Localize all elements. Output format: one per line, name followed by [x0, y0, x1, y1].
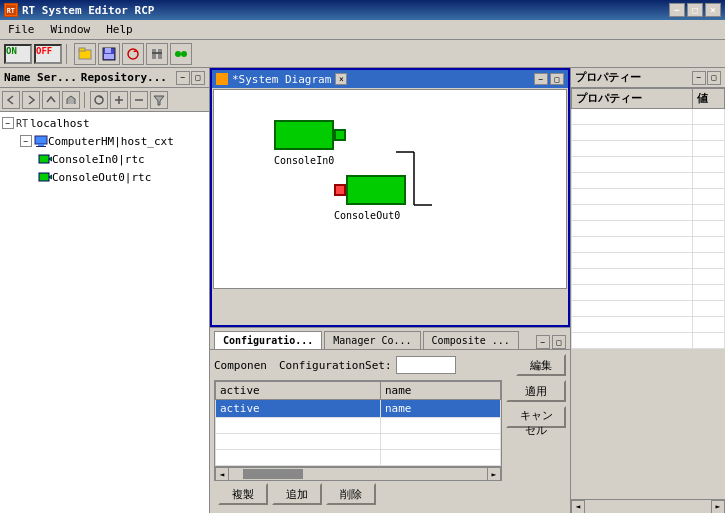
- close-button[interactable]: ×: [705, 3, 721, 17]
- diagram-title: *System Diagram: [232, 73, 331, 86]
- prop-row-10: [572, 253, 725, 269]
- diagram-max-button[interactable]: □: [550, 73, 564, 85]
- toolbar-btn-refresh[interactable]: [122, 43, 144, 65]
- toolbar-btn-open[interactable]: [74, 43, 96, 65]
- app-title: RT System Editor RCP: [22, 4, 154, 17]
- computer-icon: [34, 134, 48, 148]
- name-server-tab[interactable]: Name Ser...: [4, 71, 77, 84]
- consolein-label: ConsoleIn0: [274, 155, 334, 166]
- menu-window[interactable]: Window: [47, 21, 95, 38]
- on-button[interactable]: ON: [4, 44, 32, 64]
- scroll-left-btn[interactable]: ◄: [215, 467, 229, 481]
- diagram-close-button[interactable]: ×: [335, 73, 347, 85]
- prop-table: プロパティー 値: [571, 88, 725, 349]
- tree-item-computer[interactable]: − ComputerHM|host_cxt: [2, 132, 207, 150]
- add-button[interactable]: [110, 91, 128, 109]
- cancel-button[interactable]: キャンセル: [506, 406, 566, 428]
- prop-scroll-right[interactable]: ►: [711, 500, 725, 514]
- right-panel: プロパティー − □ プロパティー 値: [570, 68, 725, 513]
- window-controls: − □ ×: [669, 3, 721, 17]
- prop-row-5: [572, 173, 725, 189]
- menu-bar: File Window Help: [0, 20, 725, 40]
- apply-button[interactable]: 適用: [506, 380, 566, 402]
- menu-help[interactable]: Help: [102, 21, 137, 38]
- main-area: Name Ser... Repository... − □: [0, 68, 725, 513]
- scroll-right-btn[interactable]: ►: [487, 467, 501, 481]
- toolbar-btn-config[interactable]: [146, 43, 168, 65]
- table-row-2[interactable]: [216, 418, 501, 434]
- tree-item-consolein[interactable]: ConsoleIn0|rtc: [2, 150, 207, 168]
- center-panel: *System Diagram × − □: [210, 68, 570, 513]
- menu-file[interactable]: File: [4, 21, 39, 38]
- scroll-thumb[interactable]: [243, 469, 303, 479]
- tab-manager[interactable]: Manager Co...: [324, 331, 420, 349]
- back-button[interactable]: [2, 91, 20, 109]
- consoleout-box[interactable]: [346, 175, 406, 205]
- repository-tab[interactable]: Repository...: [81, 71, 167, 84]
- up-button[interactable]: [42, 91, 60, 109]
- svg-rect-10: [152, 52, 162, 54]
- minimize-button[interactable]: −: [669, 3, 685, 17]
- expand-computer-icon[interactable]: −: [20, 135, 32, 147]
- toolbar-btn-save[interactable]: [98, 43, 120, 65]
- prop-h-scrollbar[interactable]: ◄ ►: [571, 499, 725, 513]
- svg-text:RT: RT: [7, 7, 15, 15]
- home-button[interactable]: [62, 91, 80, 109]
- prop-row-12: [572, 285, 725, 301]
- tree-label-consolein: ConsoleIn0|rtc: [52, 153, 145, 166]
- panel-minimize-btn[interactable]: −: [176, 71, 190, 85]
- col-header-name: name: [380, 382, 500, 400]
- svg-rect-19: [38, 144, 44, 146]
- tree-item-rt[interactable]: − RT localhost: [2, 114, 207, 132]
- table-row-4[interactable]: [216, 450, 501, 466]
- tab-configuration[interactable]: Configuratio...: [214, 331, 322, 349]
- maximize-button[interactable]: □: [687, 3, 703, 17]
- tab-min-btn[interactable]: −: [536, 335, 550, 349]
- diagram-min-button[interactable]: −: [534, 73, 548, 85]
- refresh-tree-button[interactable]: [90, 91, 108, 109]
- svg-point-7: [128, 49, 138, 59]
- config-table: active name active name: [214, 380, 502, 467]
- tree-item-consoleout[interactable]: ConsoleOut0|rtc: [2, 168, 207, 186]
- edit-button[interactable]: 編集: [516, 354, 566, 376]
- filter-button[interactable]: [150, 91, 168, 109]
- add-row-button[interactable]: 追加: [272, 483, 322, 505]
- delete-tree-button[interactable]: [130, 91, 148, 109]
- consolein-component[interactable]: ConsoleIn0: [274, 120, 346, 150]
- delete-button[interactable]: 削除: [326, 483, 376, 505]
- forward-button[interactable]: [22, 91, 40, 109]
- cell-active: active: [216, 400, 381, 418]
- prop-row-14: [572, 317, 725, 333]
- tab-bar: Configuratio... Manager Co... Composite …: [210, 328, 570, 350]
- h-scrollbar[interactable]: ◄ ►: [214, 467, 502, 481]
- panel-restore-btn[interactable]: □: [191, 71, 205, 85]
- table-row-3[interactable]: [216, 434, 501, 450]
- toolbar-btn-extra[interactable]: [170, 43, 192, 65]
- consolein-box[interactable]: [274, 120, 334, 150]
- consolein-out-port[interactable]: [334, 129, 346, 141]
- prop-scroll-area: プロパティー 値: [571, 88, 725, 499]
- configset-input[interactable]: [396, 356, 456, 374]
- expand-rt-icon[interactable]: −: [2, 117, 14, 129]
- svg-text:RT: RT: [16, 118, 28, 129]
- tab-controls: − □: [536, 335, 570, 349]
- copy-button[interactable]: 複製: [218, 483, 268, 505]
- rtc-icon-2: [38, 170, 52, 184]
- tree-label-consoleout: ConsoleOut0|rtc: [52, 171, 151, 184]
- consoleout-component[interactable]: ConsoleOut0: [334, 175, 406, 205]
- consoleout-in-port[interactable]: [334, 184, 346, 196]
- svg-rect-6: [104, 54, 114, 59]
- tab-composite[interactable]: Composite ...: [423, 331, 519, 349]
- prop-scroll-left[interactable]: ◄: [571, 500, 585, 514]
- diagram-title-bar: *System Diagram × − □: [212, 70, 568, 88]
- left-panel-header: Name Ser... Repository... − □: [0, 68, 209, 88]
- diagram-window: *System Diagram × − □: [210, 68, 570, 327]
- prop-restore-btn[interactable]: □: [707, 71, 721, 85]
- table-row-1[interactable]: active name: [216, 400, 501, 418]
- config-area: Componen ConfigurationSet: 編集 active: [210, 350, 570, 513]
- tab-max-btn[interactable]: □: [552, 335, 566, 349]
- configset-label: ConfigurationSet:: [279, 359, 392, 372]
- off-button[interactable]: OFF: [34, 44, 62, 64]
- rtc-icon-1: [38, 152, 52, 166]
- prop-min-btn[interactable]: −: [692, 71, 706, 85]
